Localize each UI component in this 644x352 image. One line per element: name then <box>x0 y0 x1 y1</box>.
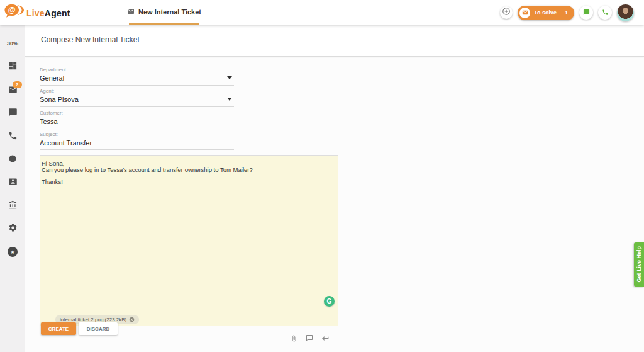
editor-toolbar <box>289 334 330 343</box>
get-live-help-label: Get Live Help <box>636 246 642 283</box>
to-solve-button[interactable]: To solve 1 <box>518 6 574 20</box>
contact-card-icon <box>8 177 18 189</box>
svg-text:@: @ <box>8 6 16 14</box>
sidebar-item-addons[interactable]: ★ <box>0 244 25 259</box>
create-button[interactable]: CREATE <box>41 322 76 335</box>
mail-icon <box>127 6 135 18</box>
chat-icon <box>583 7 590 18</box>
sidebar-item-tickets[interactable]: 2 <box>0 83 25 98</box>
tickets-badge: 2 <box>13 81 22 88</box>
title-bar: Compose New Internal Ticket <box>25 25 644 57</box>
department-label: Department: <box>40 67 234 72</box>
header-actions: To solve 1 <box>500 0 634 25</box>
to-solve-label: To solve <box>534 9 557 16</box>
customer-field: Customer: <box>40 110 234 128</box>
dashboard-icon <box>8 61 18 73</box>
chevron-down-icon <box>227 98 232 101</box>
grammarly-icon[interactable]: G <box>324 296 335 307</box>
chat-button[interactable] <box>579 6 593 20</box>
chevron-down-icon <box>227 76 232 79</box>
chat-bubble-icon <box>8 108 18 120</box>
sidebar-item-billing[interactable] <box>0 198 25 213</box>
sidebar-item-settings[interactable] <box>0 221 25 236</box>
sidebar-item-dashboard[interactable] <box>0 59 25 74</box>
message-line: Can you please log in to Tessa's account… <box>42 167 336 173</box>
sidebar-item-customers[interactable] <box>0 175 25 190</box>
liveagent-bubble-icon: @ <box>4 3 24 24</box>
attach-file-button[interactable] <box>289 334 298 343</box>
message-line: Thanks! <box>42 179 336 185</box>
insert-reply-icon[interactable] <box>321 334 330 343</box>
get-live-help-button[interactable]: Get Live Help <box>634 242 644 287</box>
remove-attachment-icon[interactable] <box>129 317 135 322</box>
agent-value: Sona Pisova <box>40 96 234 103</box>
agent-select[interactable]: Agent: Sona Pisova <box>40 88 234 107</box>
subject-label: Subject: <box>40 132 234 137</box>
app-header: @ LiveAgent New Internal Ticket To solve <box>0 0 644 25</box>
phone-button[interactable] <box>598 6 612 20</box>
subject-field: Subject: <box>40 132 234 150</box>
phone-icon <box>8 131 18 143</box>
usage-indicator: 30% <box>0 40 25 47</box>
liveagent-logo: @ LiveAgent <box>4 3 70 24</box>
sidebar-item-online-visitors[interactable] <box>0 152 25 167</box>
mail-icon: 2 <box>8 85 18 97</box>
discard-button[interactable]: DISCARD <box>79 322 118 335</box>
subject-input[interactable] <box>40 139 234 147</box>
page-title: Compose New Internal Ticket <box>41 35 140 44</box>
department-value: General <box>40 74 234 82</box>
phone-icon <box>602 7 609 18</box>
customer-label: Customer: <box>40 110 234 116</box>
bank-icon <box>8 200 18 212</box>
app-root: @ LiveAgent New Internal Ticket To solve <box>0 0 644 352</box>
to-solve-count: 1 <box>565 9 568 16</box>
customer-input[interactable] <box>40 118 234 125</box>
tab-label: New Internal Ticket <box>138 8 201 16</box>
tab-new-internal-ticket[interactable]: New Internal Ticket <box>129 0 199 25</box>
sidebar-item-chats[interactable] <box>0 106 25 121</box>
canned-message-button[interactable] <box>305 334 314 343</box>
sidebar: 30% 2 <box>0 25 25 352</box>
ring-icon <box>8 154 17 166</box>
plus-circle-icon <box>502 7 511 18</box>
main-content: Compose New Internal Ticket Department: … <box>25 25 644 352</box>
gear-icon <box>8 223 18 235</box>
add-button[interactable] <box>500 6 513 19</box>
user-avatar[interactable] <box>617 4 634 21</box>
message-body-editor[interactable]: Hi Sona, Can you please log in to Tessa'… <box>40 155 338 326</box>
attachment-name: internal ticket 2.png (223.2kB) <box>60 317 126 322</box>
sidebar-item-calls[interactable] <box>0 129 25 144</box>
agent-label: Agent: <box>40 88 234 94</box>
star-circle-icon: ★ <box>8 247 18 257</box>
liveagent-wordmark: LiveAgent <box>26 8 70 18</box>
to-solve-mail-icon <box>519 8 530 18</box>
department-select[interactable]: Department: General <box>40 67 234 86</box>
